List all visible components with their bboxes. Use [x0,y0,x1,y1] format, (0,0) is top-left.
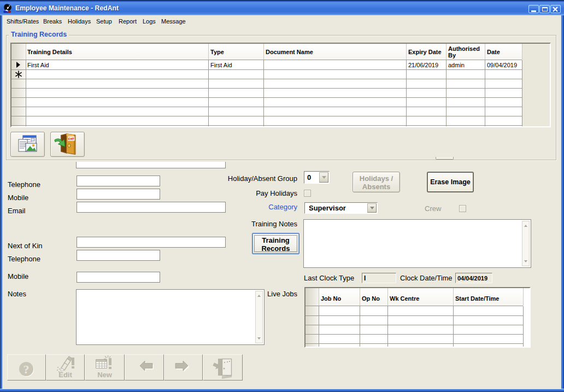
svg-text:?: ? [24,362,30,376]
svg-text:EXIT: EXIT [68,137,75,141]
